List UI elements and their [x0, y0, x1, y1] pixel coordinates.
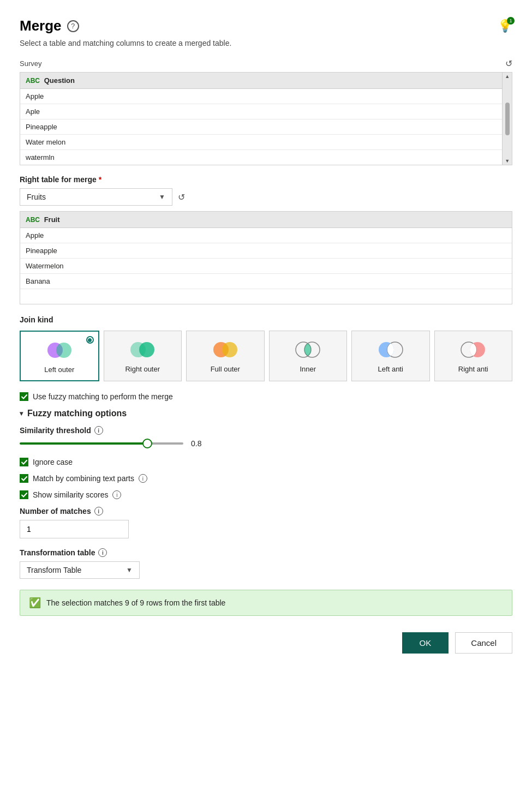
fruits-col-header: ABC Fruit — [20, 212, 512, 228]
match-combining-row: Match by combining text parts i — [20, 474, 512, 483]
show-similarity-info-icon[interactable]: i — [112, 490, 121, 499]
notification-button[interactable]: 💡 1 — [498, 19, 512, 33]
join-kind-grid: Left outer Right outer Full outer — [20, 331, 512, 381]
svg-point-1 — [56, 343, 71, 358]
ignore-case-label: Ignore case — [33, 458, 73, 466]
survey-col-icon: ABC — [26, 77, 40, 85]
join-circles-full-outer — [209, 339, 242, 361]
ignore-case-checkbox[interactable] — [20, 458, 28, 466]
fruit-cell: Watermelon — [20, 259, 512, 274]
checkmark-icon — [21, 459, 27, 465]
similarity-threshold-label: Similarity threshold i — [20, 426, 512, 435]
table-row[interactable]: Apple — [20, 228, 512, 243]
selected-indicator — [86, 336, 94, 344]
scroll-up-arrow[interactable]: ▲ — [505, 74, 510, 79]
fruits-col-name: Fruit — [44, 215, 60, 224]
table-row[interactable]: Pineapple — [20, 119, 502, 135]
slider-thumb[interactable] — [142, 439, 152, 448]
join-card-right-anti[interactable]: Right anti — [434, 331, 513, 381]
right-table-label: Right table for merge * — [20, 175, 512, 184]
full-outer-icon — [209, 339, 242, 361]
transform-info-icon[interactable]: i — [98, 548, 107, 557]
num-matches-label: Number of matches i — [20, 507, 512, 516]
transform-selected: Transform Table — [27, 566, 81, 574]
join-label-right-anti: Right anti — [458, 365, 488, 373]
cancel-button[interactable]: Cancel — [455, 632, 512, 654]
join-card-left-outer[interactable]: Left outer — [20, 331, 99, 381]
join-circles-right-anti — [457, 339, 489, 361]
similarity-slider[interactable] — [20, 442, 183, 445]
table-row[interactable]: Apple — [20, 89, 502, 104]
header: Merge ? 💡 1 — [20, 17, 512, 34]
join-card-inner[interactable]: Inner — [269, 331, 348, 381]
right-table-dropdown[interactable]: Fruits ▼ — [20, 188, 172, 206]
survey-label-row: Survey ↺ — [20, 58, 512, 69]
success-check-icon: ✅ — [29, 597, 41, 609]
num-matches-info-icon[interactable]: i — [94, 507, 103, 516]
svg-point-3 — [139, 342, 154, 357]
survey-cell: Water melon — [20, 135, 502, 150]
match-combining-checkbox[interactable] — [20, 474, 28, 483]
right-anti-icon — [457, 339, 489, 361]
join-label-left-anti: Left anti — [378, 365, 403, 373]
join-circles-right-outer — [126, 339, 159, 361]
checkmark-icon — [21, 476, 27, 482]
scroll-down-arrow[interactable]: ▼ — [505, 158, 510, 164]
match-combining-label: Match by combining text parts — [33, 474, 134, 483]
num-matches-input[interactable] — [20, 520, 129, 538]
survey-refresh-button[interactable]: ↺ — [505, 58, 512, 69]
transform-dropdown[interactable]: Transform Table ▼ — [20, 561, 140, 579]
fruit-cell: Apple — [20, 228, 512, 243]
fruit-cell-empty — [20, 289, 512, 304]
left-anti-icon — [374, 339, 407, 361]
table-row — [20, 289, 512, 304]
table-row[interactable]: Water melon — [20, 135, 502, 150]
checkmark-icon — [21, 492, 27, 498]
title-area: Merge ? — [20, 17, 79, 34]
fuzzy-checkbox-label: Use fuzzy matching to perform the merge — [33, 392, 173, 401]
survey-col-name: Question — [44, 76, 75, 85]
scroll-thumb[interactable] — [505, 103, 510, 135]
transform-chevron-icon: ▼ — [126, 566, 133, 574]
match-combining-info-icon[interactable]: i — [139, 474, 147, 483]
collapse-arrow-icon[interactable]: ▾ — [20, 410, 23, 417]
survey-table-wrapper: ABC Question Apple Aple Pineapple Water … — [20, 72, 512, 165]
table-row[interactable]: watermln — [20, 150, 502, 165]
join-circles-inner — [291, 339, 324, 361]
show-similarity-row: Show similarity scores i — [20, 490, 512, 499]
ok-button[interactable]: OK — [402, 632, 449, 654]
notification-badge: 1 — [507, 17, 515, 25]
help-icon[interactable]: ? — [67, 20, 79, 32]
ignore-case-row: Ignore case — [20, 458, 512, 466]
survey-table-scroll: ABC Question Apple Aple Pineapple Water … — [20, 73, 512, 165]
right-table-refresh-button[interactable]: ↺ — [178, 192, 185, 202]
table-row[interactable]: Watermelon — [20, 259, 512, 274]
join-label-right-outer: Right outer — [125, 365, 160, 373]
show-similarity-checkbox[interactable] — [20, 490, 28, 499]
table-row[interactable]: Pineapple — [20, 243, 512, 259]
left-outer-icon — [43, 339, 76, 361]
similarity-info-icon[interactable]: i — [94, 426, 103, 435]
survey-cell: Apple — [20, 89, 502, 104]
required-star: * — [99, 175, 101, 184]
join-label-full-outer: Full outer — [211, 365, 240, 373]
transform-table-label: Transformation table i — [20, 548, 512, 557]
right-outer-icon — [126, 339, 159, 361]
inner-icon — [291, 339, 324, 361]
survey-col-header: ABC Question — [20, 73, 502, 89]
survey-label: Survey — [20, 59, 41, 68]
success-bar: ✅ The selection matches 9 of 9 rows from… — [20, 590, 512, 616]
join-circles-left-outer — [43, 339, 76, 361]
join-card-right-outer[interactable]: Right outer — [104, 331, 182, 381]
checkmark-icon — [21, 394, 27, 400]
table-row[interactable]: Aple — [20, 104, 502, 119]
right-table-selected: Fruits — [27, 193, 46, 201]
join-card-left-anti[interactable]: Left anti — [351, 331, 430, 381]
survey-scrollbar[interactable]: ▲ ▼ — [502, 73, 512, 165]
fruits-table-wrapper: ABC Fruit Apple Pineapple Watermelon Ban… — [20, 211, 512, 304]
fuzzy-checkbox[interactable] — [20, 392, 28, 401]
join-card-full-outer[interactable]: Full outer — [186, 331, 265, 381]
svg-point-5 — [222, 342, 237, 357]
table-row[interactable]: Banana — [20, 274, 512, 289]
survey-cell: watermln — [20, 150, 502, 165]
